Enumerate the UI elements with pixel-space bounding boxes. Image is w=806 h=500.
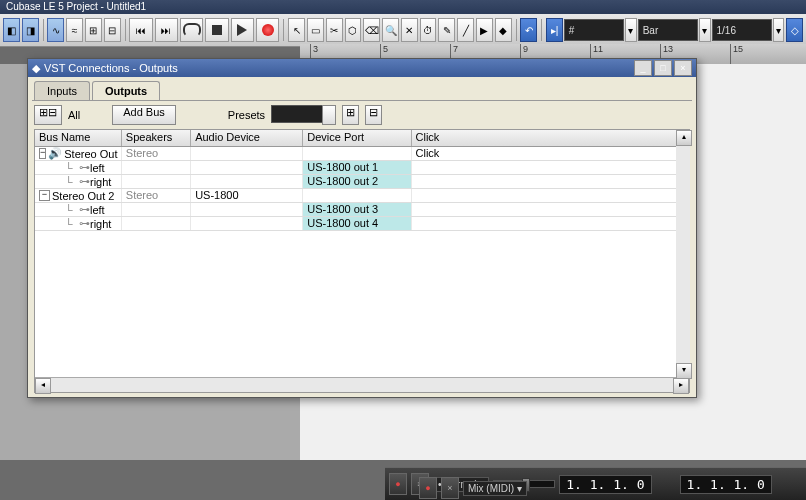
minimize-button[interactable]: _ [634, 60, 652, 76]
tp-cycle-icon[interactable]: × [441, 477, 459, 499]
preset-display[interactable] [271, 105, 323, 123]
arrow-tool-icon[interactable]: ↖ [288, 18, 305, 42]
split-tool-icon[interactable]: ✂ [326, 18, 343, 42]
app-title-text: Cubase LE 5 Project - Untitled1 [6, 1, 146, 12]
tree-collapse-icon[interactable]: − [39, 148, 46, 159]
main-toolbar: ◧ ◨ ∿ ≈ ⊞ ⊟ ⏮ ⏭ ↖ ▭ ✂ ⬡ ⌫ 🔍 ✕ ⏱ ✎ ╱ ▶ ◆ … [0, 14, 806, 47]
line-tool-icon[interactable]: ╱ [457, 18, 474, 42]
tab-inputs[interactable]: Inputs [34, 81, 90, 100]
dialog-tabs: Inputs Outputs [28, 77, 696, 100]
toggle-panel-icon[interactable]: ◨ [22, 18, 39, 42]
preset-save-icon[interactable]: ⊞ [342, 105, 359, 125]
toggle-info-icon[interactable]: ◧ [3, 18, 20, 42]
scroll-left-icon[interactable]: ◂ [35, 378, 51, 394]
timewarp-tool-icon[interactable]: ⏱ [420, 18, 437, 42]
dialog-controls: ⊞⊟ All Add Bus Presets ⊞ ⊟ [32, 101, 692, 129]
snap-mode-select[interactable]: Bar [638, 19, 698, 41]
maximize-button[interactable]: □ [654, 60, 672, 76]
color-tool-icon[interactable]: ◆ [495, 18, 512, 42]
tp-position-right[interactable]: 1. 1. 1. 0 [680, 475, 772, 494]
snap-type-dropdown-icon[interactable]: ▾ [625, 18, 637, 42]
range-tool-icon[interactable]: ▭ [307, 18, 324, 42]
col-port[interactable]: Device Port [303, 130, 411, 146]
vst-connections-dialog: ◆ VST Connections - Outputs _ □ × Inputs… [27, 58, 697, 398]
quantize-select[interactable]: 1/16 [712, 19, 772, 41]
tab-outputs[interactable]: Outputs [92, 81, 160, 100]
close-button[interactable]: × [674, 60, 692, 76]
snap-icon[interactable]: ⊞ [85, 18, 102, 42]
dialog-body: ⊞⊟ All Add Bus Presets ⊞ ⊟ Bus Name Spea… [32, 100, 692, 395]
dialog-icon: ◆ [32, 62, 40, 75]
tp-mix-select[interactable]: Mix (MIDI) ▾ [463, 481, 527, 496]
app-title-bar: Cubase LE 5 Project - Untitled1 [0, 0, 806, 14]
mute-tool-icon[interactable]: ✕ [401, 18, 418, 42]
snap-mode-dropdown-icon[interactable]: ▾ [699, 18, 711, 42]
preset-dropdown-icon[interactable] [322, 105, 336, 125]
col-bus[interactable]: Bus Name [35, 130, 122, 146]
transport-panel: ● ≡ • Normal ▾ 1. 1. 1. 0 1. 1. 1. 0 ● ×… [385, 467, 806, 500]
col-device[interactable]: Audio Device [191, 130, 303, 146]
presets-label: Presets [228, 109, 265, 121]
goto-start-icon[interactable]: ⏮ [129, 18, 152, 42]
table-row[interactable]: −🔊 Stereo OutStereoClick [35, 147, 689, 161]
tp-rec-icon[interactable]: ● [389, 473, 407, 495]
tp-position-left[interactable]: 1. 1. 1. 0 [559, 475, 651, 494]
tree-collapse-icon[interactable]: − [39, 190, 50, 201]
loop-icon[interactable] [180, 18, 203, 42]
tp-rec2-icon[interactable]: ● [419, 477, 437, 499]
add-bus-button[interactable]: Add Bus [112, 105, 176, 125]
all-label: All [68, 109, 80, 121]
grid-header: Bus Name Speakers Audio Device Device Po… [35, 130, 689, 147]
grid-h-scrollbar[interactable]: ◂ ▸ [35, 377, 689, 392]
crossfade-icon[interactable]: ≈ [66, 18, 83, 42]
scroll-up-icon[interactable]: ▴ [676, 130, 692, 146]
stop-button[interactable] [205, 18, 228, 42]
draw-tool-icon[interactable]: ✎ [438, 18, 455, 42]
scroll-down-icon[interactable]: ▾ [676, 363, 692, 379]
goto-end-icon[interactable]: ⏭ [155, 18, 178, 42]
col-speakers[interactable]: Speakers [122, 130, 191, 146]
quantize-dropdown-icon[interactable]: ▾ [773, 18, 785, 42]
grid-body[interactable]: −🔊 Stereo OutStereoClick└⊶ leftUS-1800 o… [35, 147, 689, 377]
dialog-title-bar[interactable]: ◆ VST Connections - Outputs _ □ × [28, 59, 696, 77]
col-click[interactable]: Click [412, 130, 690, 146]
preset-delete-icon[interactable]: ⊟ [365, 105, 382, 125]
erase-tool-icon[interactable]: ⌫ [363, 18, 380, 42]
automation-icon[interactable]: ∿ [47, 18, 64, 42]
play-tool-icon[interactable]: ▶ [476, 18, 493, 42]
speaker-icon: 🔊 [48, 147, 62, 160]
snap-toggle-icon[interactable]: ▸| [546, 18, 563, 42]
play-button[interactable] [231, 18, 254, 42]
expand-all-button[interactable]: ⊞⊟ [34, 105, 62, 125]
table-row[interactable]: └⊶ leftUS-1800 out 3 [35, 203, 689, 217]
grid-v-scrollbar[interactable]: ▴ ▾ [676, 130, 690, 379]
connections-grid: Bus Name Speakers Audio Device Device Po… [34, 129, 690, 393]
table-row[interactable]: └⊶ rightUS-1800 out 4 [35, 217, 689, 231]
table-row[interactable]: └⊶ rightUS-1800 out 2 [35, 175, 689, 189]
table-row[interactable]: └⊶ leftUS-1800 out 1 [35, 161, 689, 175]
glue-tool-icon[interactable]: ⬡ [345, 18, 362, 42]
scroll-right-icon[interactable]: ▸ [673, 378, 689, 394]
undo-icon[interactable]: ↶ [520, 18, 537, 42]
table-row[interactable]: − Stereo Out 2StereoUS-1800 [35, 189, 689, 203]
record-button[interactable] [256, 18, 279, 42]
dialog-title: VST Connections - Outputs [44, 62, 632, 74]
color-menu-icon[interactable]: ◇ [786, 18, 803, 42]
snap-type-select[interactable]: # [564, 19, 624, 41]
zoom-tool-icon[interactable]: 🔍 [382, 18, 399, 42]
grid-icon[interactable]: ⊟ [104, 18, 121, 42]
